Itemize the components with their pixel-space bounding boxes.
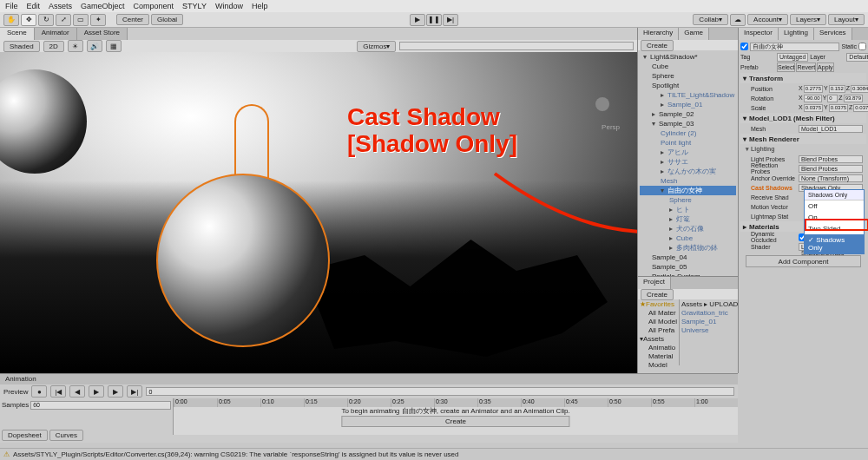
- item-cube[interactable]: Cube: [640, 62, 736, 71]
- menu-gameobject[interactable]: GameObject: [81, 2, 125, 10]
- menu-assets[interactable]: Assets: [49, 2, 72, 10]
- tab-animation[interactable]: Animation: [0, 374, 738, 384]
- scene-viewport[interactable]: Persp Cast Shadow [Shadow Only]: [0, 52, 637, 373]
- gizmos-dropdown[interactable]: Gizmos ▾: [357, 41, 396, 52]
- c-universe[interactable]: Universe: [681, 326, 738, 335]
- tab-project[interactable]: Project: [638, 277, 671, 289]
- menu-edit[interactable]: Edit: [27, 2, 41, 10]
- tab-hierarchy[interactable]: Hierarchy: [638, 28, 679, 40]
- scl-x[interactable]: 0.0375: [804, 104, 823, 112]
- fx-icon[interactable]: ▦: [106, 40, 122, 52]
- rot-y[interactable]: 0: [827, 95, 838, 102]
- tab-game[interactable]: Game: [679, 28, 709, 40]
- project-content[interactable]: Assets ▸ UPLOAD Gravitation_tric Sample_…: [680, 299, 740, 365]
- meshfilter-header[interactable]: ▾ Model_LOD1 (Mesh Filter): [740, 113, 866, 123]
- pos-y[interactable]: 0.152: [829, 85, 845, 93]
- active-checkbox[interactable]: [740, 43, 748, 50]
- menu-file[interactable]: File: [5, 2, 18, 10]
- anim-last[interactable]: ▶|: [127, 385, 142, 398]
- tag-dropdown[interactable]: Untagged: [777, 53, 808, 62]
- timeline-area[interactable]: 0:000:050:100:150:200:250:300:350:400:45…: [174, 398, 738, 435]
- a-mat[interactable]: Material: [640, 352, 677, 361]
- sel-lantern[interactable]: ▸灯篭: [640, 214, 736, 224]
- hierarchy-create[interactable]: Create: [641, 40, 674, 51]
- menu-help[interactable]: Help: [252, 2, 268, 10]
- samples-field[interactable]: 60: [30, 401, 171, 410]
- tab-inspector[interactable]: Inspector: [739, 28, 779, 40]
- anchor-field[interactable]: None (Transform): [799, 174, 863, 182]
- menu-styly[interactable]: STYLY: [182, 2, 207, 10]
- static-checkbox[interactable]: [858, 43, 866, 50]
- curves-tab[interactable]: Curves: [49, 430, 83, 441]
- item-sphere[interactable]: Sphere: [640, 71, 736, 81]
- rect-tool[interactable]: ▭: [73, 14, 89, 26]
- audio-icon[interactable]: 🔊: [87, 40, 102, 52]
- project-tree[interactable]: ★Favorites All Mater All Model All Prefa…: [638, 299, 680, 365]
- hand-tool[interactable]: ✋: [3, 14, 19, 26]
- item-sample02[interactable]: ▸Sample_02: [640, 109, 736, 119]
- s3-ahiru[interactable]: ▸アヒル: [640, 148, 736, 157]
- scene-search[interactable]: [399, 42, 634, 50]
- mesh-field[interactable]: Model_LOD1: [799, 125, 863, 133]
- s3-cylinder[interactable]: Cylinder (2): [640, 128, 736, 138]
- anim-record[interactable]: ●: [31, 385, 47, 398]
- lighting-subheader[interactable]: ▾ Lighting: [740, 145, 866, 154]
- layers-dropdown[interactable]: Layers ▾: [790, 14, 826, 25]
- fav-model[interactable]: All Model: [640, 318, 677, 326]
- pos-x[interactable]: 0.2775: [804, 85, 823, 93]
- collab-dropdown[interactable]: Collab ▾: [693, 14, 728, 25]
- assets-root[interactable]: ▾Assets: [640, 335, 677, 344]
- tab-animator[interactable]: Animator: [35, 28, 77, 40]
- sel-dog[interactable]: ▸犬の石像: [640, 224, 736, 233]
- tab-lighting[interactable]: Lighting: [779, 28, 814, 40]
- c-grav[interactable]: Gravitation_tric: [681, 309, 738, 318]
- pivot-toggle[interactable]: Center: [116, 14, 149, 25]
- pos-z[interactable]: 0.3084: [851, 85, 868, 93]
- transform-tool[interactable]: ✦: [90, 14, 106, 26]
- s3-nut[interactable]: ▸なんかの木の実: [640, 167, 736, 176]
- favorites[interactable]: ★Favorites: [640, 300, 677, 309]
- 2d-toggle[interactable]: 2D: [43, 41, 64, 52]
- fav-mat[interactable]: All Mater: [640, 309, 677, 318]
- cloud-icon[interactable]: ☁: [730, 14, 746, 26]
- prefab-select[interactable]: Select: [777, 62, 795, 72]
- dopesheet-tab[interactable]: Dopesheet: [2, 430, 48, 441]
- play-button[interactable]: ▶: [410, 14, 425, 26]
- item-sample05[interactable]: Sample_05: [640, 262, 736, 272]
- tab-asset-store[interactable]: Asset Store: [77, 28, 128, 40]
- create-clip-button[interactable]: Create: [341, 416, 569, 427]
- selected-object[interactable]: ▾自由の女神: [640, 186, 736, 195]
- option-off[interactable]: Off: [805, 200, 864, 212]
- preview-label[interactable]: Preview: [3, 388, 28, 396]
- s3-mesh[interactable]: Mesh: [640, 176, 736, 186]
- scene-gizmo[interactable]: [585, 87, 620, 122]
- sel-hito[interactable]: ▸ヒト: [640, 205, 736, 214]
- sel-cube[interactable]: ▸Cube: [640, 233, 736, 243]
- scl-y[interactable]: 0.0375: [829, 104, 848, 112]
- prefab-apply[interactable]: Apply: [817, 62, 834, 72]
- object-name-field[interactable]: 自由の女神: [750, 43, 839, 51]
- menu-component[interactable]: Component: [134, 2, 174, 10]
- frame-field[interactable]: 0: [146, 387, 734, 396]
- move-tool[interactable]: ✥: [21, 14, 36, 26]
- anim-next[interactable]: ▶: [108, 385, 123, 398]
- item-sample04[interactable]: Sample_04: [640, 253, 736, 262]
- tab-scene[interactable]: Scene: [0, 28, 35, 40]
- c-sample[interactable]: Sample_01: [681, 318, 738, 326]
- rotate-tool[interactable]: ↻: [38, 14, 54, 26]
- meshrenderer-header[interactable]: ▾ Mesh Renderer: [740, 134, 866, 144]
- rot-x[interactable]: -90.00: [804, 95, 822, 102]
- item-sample03[interactable]: ▾Sample_03: [640, 119, 736, 128]
- projection-label[interactable]: Persp: [602, 123, 620, 131]
- rot-z[interactable]: 93.879: [844, 95, 863, 102]
- item-title[interactable]: ▸TILTE_Light&Shadow: [640, 90, 736, 100]
- status-bar[interactable]: ⚠ Assets/STYLY_Plugin/Scripts/Editor/Con…: [0, 448, 868, 460]
- step-button[interactable]: ▶|: [443, 14, 458, 26]
- scale-tool[interactable]: ⤢: [56, 14, 71, 26]
- reflprobes-dropdown[interactable]: Blend Probes: [799, 165, 863, 173]
- a-model[interactable]: Model: [640, 361, 677, 370]
- scl-z[interactable]: 0.0375: [853, 104, 868, 112]
- lightprobes-dropdown[interactable]: Blend Probes: [799, 155, 863, 163]
- fav-prefab[interactable]: All Prefa: [640, 326, 677, 335]
- tab-services[interactable]: Services: [814, 28, 852, 40]
